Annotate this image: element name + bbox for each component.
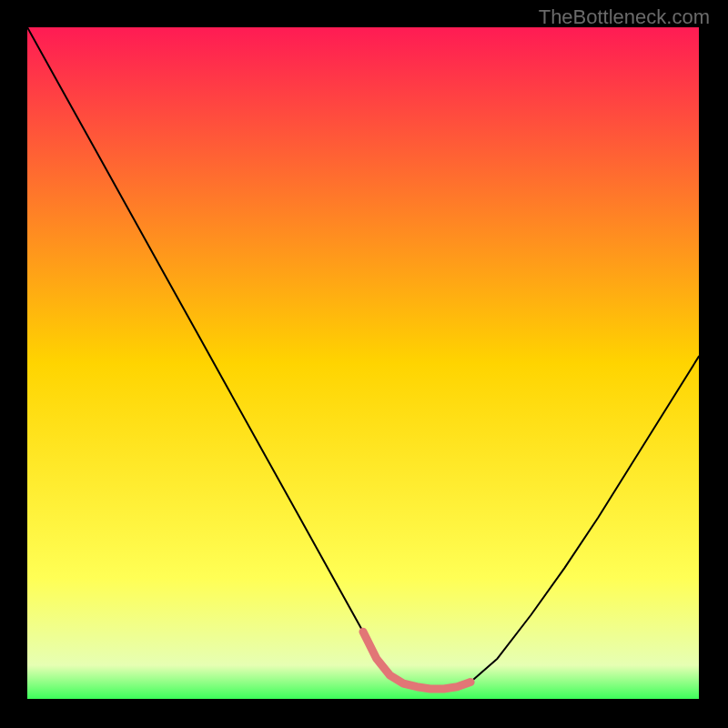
chart-container: TheBottleneck.com — [0, 0, 728, 728]
plot-area — [27, 27, 699, 699]
chart-svg — [27, 27, 699, 699]
chart-background — [27, 27, 699, 699]
watermark-text: TheBottleneck.com — [539, 5, 710, 29]
